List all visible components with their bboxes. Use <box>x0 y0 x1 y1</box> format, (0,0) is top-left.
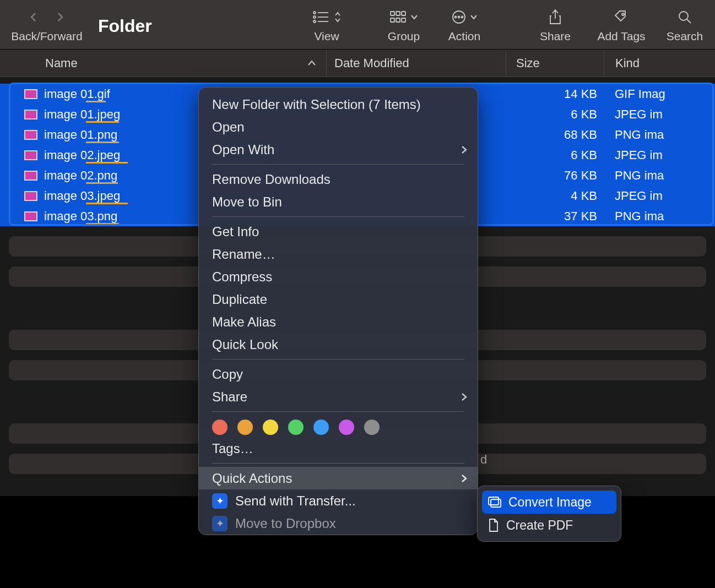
background-text: d <box>480 453 487 467</box>
menu-make-alias[interactable]: Make Alias <box>199 311 478 333</box>
menu-compress[interactable]: Compress <box>199 265 478 288</box>
menu-open-with[interactable]: Open With <box>199 138 478 161</box>
menu-remove-downloads[interactable]: Remove Downloads <box>199 168 478 190</box>
menu-send-with-transfer[interactable]: ✦ Send with Transfer... <box>199 489 478 512</box>
menu-quick-look[interactable]: Quick Look <box>199 333 478 356</box>
list-view-icon <box>312 9 331 25</box>
menu-label: Open <box>212 119 245 135</box>
menu-label: Compress <box>212 269 272 285</box>
window-title: Folder <box>98 16 280 36</box>
svg-point-0 <box>313 12 316 14</box>
column-date-modified[interactable]: Date Modified <box>326 50 506 77</box>
menu-open[interactable]: Open <box>199 116 478 138</box>
tag-color-dot[interactable] <box>364 420 380 435</box>
file-size: 6 KB <box>506 107 604 122</box>
group-label: Group <box>388 30 420 43</box>
image-file-icon <box>24 110 37 119</box>
menu-separator <box>212 216 464 217</box>
menu-label: Quick Actions <box>212 471 292 486</box>
search-button[interactable]: Search <box>654 8 715 43</box>
svg-point-17 <box>622 13 624 15</box>
add-tags-button[interactable]: Add Tags <box>588 8 654 43</box>
dropbox-icon: ✦ <box>212 493 228 509</box>
file-kind: JPEG im <box>604 148 715 162</box>
svg-rect-21 <box>491 499 501 507</box>
column-name[interactable]: Name <box>0 56 326 70</box>
back-icon[interactable] <box>27 10 40 24</box>
menu-tags[interactable]: Tags… <box>199 437 478 460</box>
file-name: image 01.jpeg <box>44 107 209 122</box>
tag-icon <box>613 9 630 25</box>
file-name: image 01.png <box>44 128 209 142</box>
column-date-label: Date Modified <box>334 56 409 70</box>
back-forward-group: Back/Forward <box>0 8 94 43</box>
context-menu: New Folder with Selection (7 Items) Open… <box>198 87 478 535</box>
svg-rect-7 <box>396 12 400 15</box>
svg-rect-11 <box>402 18 405 22</box>
svg-point-18 <box>679 12 688 20</box>
menu-separator <box>212 463 464 464</box>
file-name: image 03.jpeg <box>44 189 209 203</box>
action-button[interactable]: Action <box>434 8 495 43</box>
menu-separator <box>212 359 464 360</box>
svg-point-14 <box>458 17 460 18</box>
menu-label: Copy <box>212 367 243 382</box>
column-name-label: Name <box>45 56 78 70</box>
view-button[interactable]: View <box>280 8 373 43</box>
back-forward-label: Back/Forward <box>11 30 83 43</box>
tag-color-dot[interactable] <box>313 420 329 435</box>
svg-rect-10 <box>396 18 400 22</box>
menu-label: Move to Dropbox <box>235 516 336 531</box>
menu-label: Quick Look <box>212 337 278 352</box>
file-kind: JPEG im <box>604 189 715 203</box>
menu-move-to-bin[interactable]: Move to Bin <box>199 190 478 213</box>
menu-duplicate[interactable]: Duplicate <box>199 288 478 311</box>
share-label: Share <box>540 30 571 43</box>
search-label: Search <box>667 30 703 43</box>
menu-label: Open With <box>212 142 274 157</box>
menu-get-info[interactable]: Get Info <box>199 220 478 243</box>
image-file-icon <box>24 150 37 160</box>
group-button[interactable]: Group <box>373 8 434 43</box>
svg-rect-8 <box>402 12 405 15</box>
tag-color-dot[interactable] <box>263 420 278 435</box>
chevron-right-icon <box>460 392 468 402</box>
menu-copy[interactable]: Copy <box>199 363 478 385</box>
search-icon <box>677 9 692 25</box>
file-size: 4 KB <box>506 189 604 203</box>
column-kind[interactable]: Kind <box>604 50 715 77</box>
menu-quick-actions[interactable]: Quick Actions <box>199 467 478 489</box>
submenu-create-pdf[interactable]: Create PDF <box>482 514 616 537</box>
menu-rename[interactable]: Rename… <box>199 243 478 265</box>
document-icon <box>488 518 500 532</box>
file-size: 14 KB <box>506 87 604 101</box>
submenu-label: Convert Image <box>508 495 592 510</box>
image-file-icon <box>24 89 37 99</box>
svg-point-15 <box>462 17 463 18</box>
updown-icon <box>334 11 342 23</box>
tag-color-dot[interactable] <box>339 420 354 435</box>
view-label: View <box>314 30 339 43</box>
column-size[interactable]: Size <box>506 50 604 77</box>
menu-move-to-dropbox[interactable]: ✦ Move to Dropbox <box>199 512 478 535</box>
menu-share[interactable]: Share <box>199 385 478 408</box>
menu-label: Remove Downloads <box>212 172 331 187</box>
file-size: 76 KB <box>506 168 604 183</box>
menu-new-folder-with-selection[interactable]: New Folder with Selection (7 Items) <box>199 93 478 116</box>
forward-icon[interactable] <box>53 10 67 24</box>
share-button[interactable]: Share <box>522 8 588 43</box>
quick-actions-submenu: Convert Image Create PDF <box>477 486 621 542</box>
column-size-label: Size <box>516 56 540 70</box>
file-size: 6 KB <box>506 148 604 162</box>
tag-color-dot[interactable] <box>212 420 228 435</box>
svg-line-19 <box>687 19 691 23</box>
tag-color-dot[interactable] <box>237 420 253 435</box>
submenu-convert-image[interactable]: Convert Image <box>482 491 616 514</box>
dropbox-icon: ✦ <box>212 516 228 531</box>
chevron-right-icon <box>460 473 468 483</box>
tag-color-dot[interactable] <box>288 420 304 435</box>
menu-label: Move to Bin <box>212 194 282 210</box>
menu-separator <box>212 411 464 412</box>
submenu-label: Create PDF <box>506 518 573 533</box>
chevron-right-icon <box>460 145 468 155</box>
